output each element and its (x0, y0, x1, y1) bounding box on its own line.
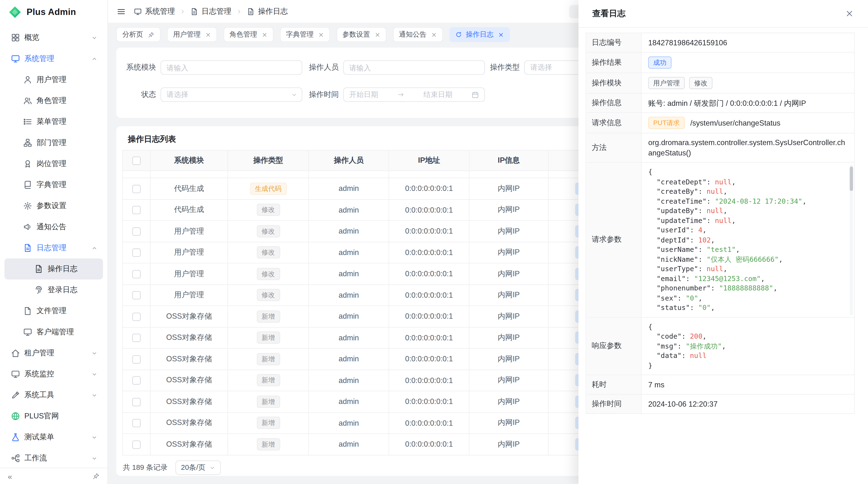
cell-module: OSS对象存储 (150, 327, 227, 348)
breadcrumb-system-management[interactable]: 系统管理 (134, 6, 175, 16)
close-icon[interactable] (261, 32, 267, 37)
row-checkbox[interactable] (132, 206, 141, 214)
column-header-type: 操作类型 (228, 150, 309, 171)
close-icon[interactable] (845, 9, 854, 18)
sidebar-item-system-monitor[interactable]: 系统监控 (4, 363, 103, 384)
code-scrollbar[interactable] (850, 164, 853, 315)
tab-role-management[interactable]: 角色管理 (223, 27, 273, 42)
sidebar-item-tenant-management[interactable]: 租户管理 (4, 343, 103, 363)
cell-operator: admin (309, 221, 389, 242)
detail-row-duration: 耗时 7 ms (586, 375, 854, 394)
operation-type-tag: 新增 (256, 310, 280, 323)
filter-label: 系统模块 (116, 62, 161, 72)
close-icon[interactable] (498, 32, 503, 37)
document-icon (247, 7, 255, 15)
filter-label: 操作人员 (299, 62, 343, 72)
sidebar-item-dept-management[interactable]: 部门管理 (4, 132, 103, 153)
cell-ipinfo: 内网IP (469, 221, 548, 242)
row-checkbox[interactable] (132, 398, 141, 406)
cell-module: OSS对象存储 (150, 412, 227, 433)
http-method-tag: PUT请求 (648, 117, 685, 129)
detail-label: 操作时间 (586, 394, 642, 413)
sidebar-item-overview[interactable]: 概览 (4, 27, 103, 48)
filter-status: 状态 请选择 (116, 88, 302, 102)
refresh-icon[interactable] (455, 32, 461, 38)
close-icon[interactable] (431, 32, 436, 37)
sidebar-item-operation-log[interactable]: 操作日志 (4, 258, 103, 279)
row-checkbox[interactable] (132, 355, 141, 363)
tab-dict-management[interactable]: 字典管理 (280, 27, 330, 42)
cell-ipinfo: 内网IP (469, 263, 548, 284)
close-icon[interactable] (205, 32, 211, 37)
sidebar-item-label: 系统工具 (24, 390, 54, 400)
system-module-input[interactable] (166, 63, 296, 72)
breadcrumb-label: 操作日志 (258, 6, 288, 16)
sidebar-item-post-management[interactable]: 岗位管理 (4, 153, 103, 174)
cell-ipinfo: 内网IP (469, 199, 548, 221)
row-checkbox[interactable] (132, 270, 141, 278)
operation-type-tag: 新增 (256, 438, 280, 451)
row-checkbox[interactable] (132, 377, 141, 385)
status-select[interactable]: 请选择 (161, 88, 302, 102)
sidebar-item-dict-management[interactable]: 字典管理 (4, 174, 103, 195)
sidebar-item-test-menu[interactable]: 测试菜单 (4, 427, 103, 448)
request-params-json: { "createDept": null, "createBy": null, … (648, 167, 807, 312)
sidebar-item-client-management[interactable]: 客户端管理 (4, 322, 103, 343)
sidebar-item-login-log[interactable]: 登录日志 (4, 279, 103, 300)
sidebar-item-label: 菜单管理 (37, 117, 66, 127)
row-checkbox[interactable] (132, 334, 141, 342)
sidebar-item-file-management[interactable]: 文件管理 (4, 300, 103, 322)
detail-label: 操作模块 (586, 73, 642, 93)
flask-icon (11, 433, 20, 442)
scrollbar-thumb[interactable] (850, 167, 853, 191)
tab-operation-log[interactable]: 操作日志 (449, 27, 509, 42)
operator-input[interactable] (349, 63, 479, 72)
tab-notice[interactable]: 通知公告 (393, 27, 443, 42)
row-checkbox[interactable] (132, 291, 141, 299)
sidebar-item-user-management[interactable]: 用户管理 (4, 69, 103, 90)
close-icon[interactable] (374, 32, 380, 37)
total-records-text: 共 189 条记录 (123, 462, 168, 473)
row-checkbox[interactable] (132, 185, 141, 193)
breadcrumb-log-management[interactable]: 日志管理 (190, 6, 231, 16)
date-range-picker[interactable]: 开始日期 结束日期 (343, 88, 485, 102)
sidebar-item-log-management[interactable]: 日志管理 (4, 237, 103, 258)
tab-param-settings[interactable]: 参数设置 (336, 27, 386, 42)
row-checkbox[interactable] (132, 249, 141, 257)
sidebar-item-role-management[interactable]: 角色管理 (4, 90, 103, 111)
row-checkbox[interactable] (132, 227, 141, 235)
file-icon (23, 306, 32, 316)
drawer-title: 查看日志 (592, 8, 626, 19)
select-placeholder: 请选择 (530, 62, 552, 72)
row-checkbox[interactable] (132, 419, 141, 427)
select-all-checkbox[interactable] (132, 157, 141, 165)
sidebar-item-menu-management[interactable]: 菜单管理 (4, 111, 103, 132)
page-size-select[interactable]: 20条/页 (176, 460, 221, 475)
chevron-right-icon (236, 9, 242, 14)
org-tree-icon (23, 138, 32, 147)
cell-operator: admin (309, 433, 389, 455)
list-icon (23, 118, 32, 126)
sidebar-item-notice[interactable]: 通知公告 (4, 217, 103, 237)
hamburger-menu-icon[interactable] (117, 7, 126, 16)
row-checkbox[interactable] (132, 440, 141, 449)
sidebar-item-system-management[interactable]: 系统管理 (4, 48, 103, 69)
system-module-input-wrap (161, 60, 302, 75)
sidebar-item-label: PLUS官网 (24, 411, 59, 421)
operation-type-tag: 新增 (256, 417, 280, 429)
breadcrumb-operation-log[interactable]: 操作日志 (247, 6, 288, 16)
sidebar-item-system-tools[interactable]: 系统工具 (4, 385, 103, 406)
sidebar-item-label: 租户管理 (24, 348, 54, 358)
pin-icon[interactable] (92, 473, 100, 480)
sidebar-item-param-settings[interactable]: 参数设置 (4, 195, 103, 216)
sidebar-item-workflow[interactable]: 工作流 (4, 448, 103, 467)
sidebar-item-plus-website[interactable]: PLUS官网 (4, 406, 103, 427)
sidebar-collapse-button[interactable]: « (8, 472, 12, 481)
tab-analysis[interactable]: 分析页 (116, 27, 160, 42)
tab-label: 用户管理 (173, 30, 200, 39)
sidebar-item-label: 部门管理 (37, 138, 66, 148)
tab-user-management[interactable]: 用户管理 (167, 27, 217, 42)
close-icon[interactable] (318, 32, 323, 37)
breadcrumb-label: 日志管理 (202, 6, 231, 16)
row-checkbox[interactable] (132, 313, 141, 321)
